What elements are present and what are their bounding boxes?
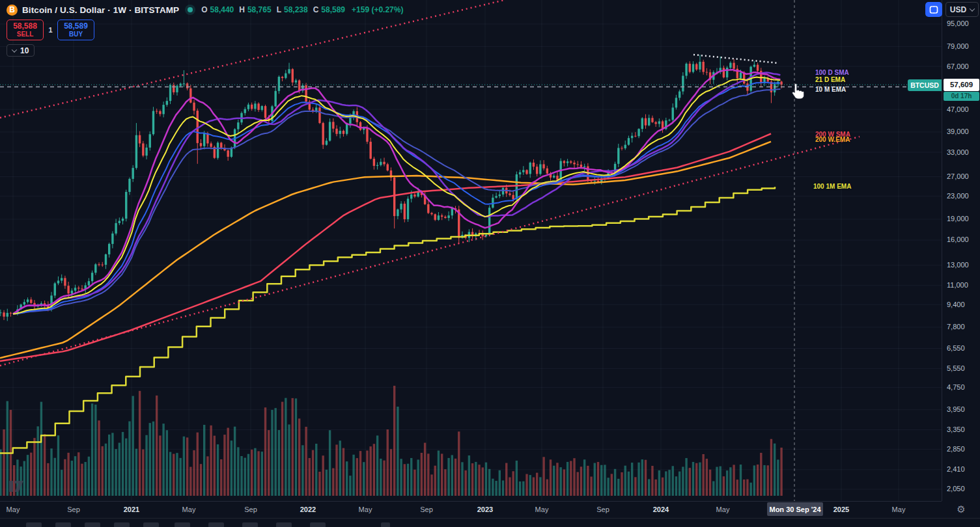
time-tick: Sep [407, 506, 446, 513]
clipped-toolbar-button[interactable] [143, 522, 159, 527]
clipped-toolbar-button[interactable] [175, 522, 190, 527]
bottom-toolbar-clipped [0, 518, 980, 527]
price-tick: 79,000 [947, 42, 969, 50]
tradingview-chart-window: B Bitcoin / U.S. Dollar · 1W · BITSTAMP … [0, 0, 980, 527]
ohlc-value: 58,589 [321, 5, 345, 14]
price-tick: 47,000 [947, 105, 969, 113]
spread-value: 1 [44, 26, 57, 34]
time-tick: May [703, 506, 742, 513]
price-tick: 23,000 [947, 192, 969, 200]
price-tick: 3,350 [947, 426, 965, 433]
price-tick: 19,000 [947, 215, 969, 223]
ma-line-purple-aux[interactable] [13, 72, 780, 314]
clipped-toolbar-button[interactable] [85, 522, 100, 527]
price-tick: 67,000 [947, 62, 969, 70]
price-tick: 27,000 [947, 172, 969, 180]
price-tick: 9,400 [947, 301, 965, 308]
time-tick: May [879, 506, 918, 513]
bar-close-countdown: 0d 17h [944, 92, 979, 101]
time-tick: Sep [231, 506, 270, 513]
price-tick: 2,850 [947, 445, 965, 453]
price-tick: 16,000 [947, 236, 969, 243]
ohlc-values: O58,440H58,765L58,238C58,589+159 (+0.27%… [201, 5, 403, 14]
symbol-header: B Bitcoin / U.S. Dollar · 1W · BITSTAMP … [7, 3, 403, 16]
market-status-dot-icon[interactable] [188, 7, 193, 12]
volume-bars [0, 386, 783, 496]
time-tick: 2024 [641, 506, 680, 513]
price-tick: 4,750 [947, 383, 965, 391]
price-tick: 33,000 [947, 148, 969, 156]
clipped-toolbar-button[interactable] [242, 522, 258, 527]
gridlines [0, 0, 942, 501]
price-tick: 13,000 [947, 261, 969, 269]
price-tick: 7,800 [947, 323, 965, 331]
price-change: +159 (+0.27%) [352, 5, 403, 14]
clipped-toolbar-button[interactable] [381, 522, 390, 527]
ohlc-key: H [239, 5, 245, 14]
time-tick: Sep [583, 506, 623, 513]
chevron-down-icon [970, 6, 975, 11]
indicator-label-200-w-ema[interactable]: 200 W.EMA [815, 136, 850, 143]
price-axis[interactable]: 57,609 0d 17h 95,00079,00067,00047,00039… [942, 0, 980, 501]
indicator-label-21-d-ema[interactable]: 21 D EMA [815, 76, 845, 83]
price-chart-canvas[interactable] [0, 0, 942, 501]
buy-label: BUY [69, 31, 83, 38]
upper-channel-line[interactable] [0, 0, 505, 118]
price-tick: 3,950 [947, 405, 965, 413]
clipped-toolbar-button[interactable] [55, 522, 71, 527]
ohlc-value: 58,238 [284, 5, 308, 14]
clipped-toolbar-button[interactable] [114, 522, 130, 527]
time-tick: 2022 [288, 506, 328, 513]
screenshot-frame-button[interactable] [925, 2, 942, 17]
price-tick: 5,550 [947, 364, 965, 372]
time-axis-settings-gear-icon[interactable]: ⚙ [953, 502, 969, 517]
ma-line-200-w-ema[interactable] [0, 142, 771, 358]
clipped-toolbar-button[interactable] [276, 522, 292, 527]
indicator-label-100-1m-ema[interactable]: 100 1M EMA [813, 183, 851, 190]
interval-dropdown[interactable]: 10 [7, 44, 35, 57]
price-tick: 6,550 [947, 344, 965, 352]
price-tick: 95,000 [947, 20, 969, 27]
local-top-dotted-line[interactable] [693, 55, 779, 63]
time-tick: May [169, 506, 208, 513]
chevron-down-icon [12, 47, 17, 52]
ohlc-value: 58,440 [210, 5, 234, 14]
last-price-label: 57,609 [944, 79, 979, 91]
currency-value: USD [950, 5, 966, 14]
crosshair-date-label: Mon 30 Sep '24 [767, 502, 823, 516]
time-tick: 2021 [112, 506, 151, 513]
ma-line-blue-aux[interactable] [13, 83, 780, 314]
buy-price: 58,589 [64, 22, 88, 31]
time-axis[interactable]: Mon 30 Sep '24 MaySep2021MaySep2022MaySe… [0, 501, 942, 518]
indicator-label-100-d-sma[interactable]: 100 D SMA [815, 69, 849, 76]
mouse-cursor-hand [792, 84, 804, 99]
sell-price: 58,588 [13, 22, 37, 31]
buy-button[interactable]: 58,589 BUY [57, 20, 94, 40]
price-tick: 39,000 [947, 128, 969, 135]
price-tick: 2,410 [947, 465, 965, 473]
currency-dropdown[interactable]: USD [945, 2, 979, 17]
interval-value: 10 [20, 46, 29, 55]
price-tick: 11,000 [947, 281, 968, 289]
ohlc-key: C [313, 5, 319, 14]
price-tick: 2,050 [947, 485, 965, 493]
clipped-toolbar-button[interactable] [310, 522, 326, 527]
time-tick: 2025 [822, 506, 861, 513]
last-price-symbol-tag: BTCUSD [908, 79, 942, 91]
ohlc-key: L [277, 5, 281, 14]
sell-label: SELL [17, 31, 34, 38]
clipped-toolbar-button[interactable] [208, 522, 224, 527]
clipped-toolbar-button[interactable] [26, 522, 42, 527]
indicator-label-10-m-ema[interactable]: 10 M EMA [815, 86, 846, 93]
sell-button[interactable]: 58,588 SELL [7, 20, 44, 40]
ohlc-value: 58,765 [247, 5, 272, 14]
order-panel: 58,588 SELL 1 58,589 BUY [7, 20, 94, 40]
time-tick: 2023 [466, 506, 505, 513]
ma-line-100-d-sma[interactable] [13, 70, 780, 314]
time-tick: May [0, 506, 33, 513]
bitcoin-logo-icon: B [7, 5, 18, 16]
symbol-title[interactable]: Bitcoin / U.S. Dollar · 1W · BITSTAMP [22, 5, 179, 15]
time-tick: Sep [54, 506, 93, 513]
frame-icon [929, 5, 938, 14]
time-tick: May [346, 506, 385, 513]
